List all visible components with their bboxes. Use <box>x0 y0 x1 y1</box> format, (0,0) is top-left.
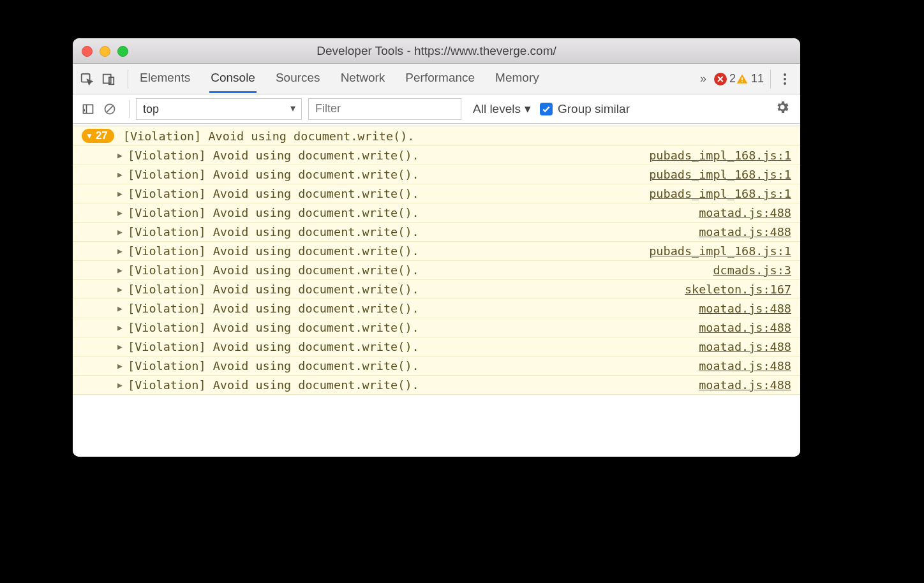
log-levels-dropdown[interactable]: All levels ▾ <box>473 101 531 116</box>
error-count-badge[interactable]: ✕ 2 <box>714 72 736 85</box>
source-link[interactable]: moatad.js:488 <box>699 378 791 392</box>
svg-rect-4 <box>741 81 743 82</box>
source-link[interactable]: moatad.js:488 <box>699 225 791 239</box>
expand-icon[interactable]: ▶ <box>117 361 125 371</box>
scrolled-content-edge <box>73 124 800 126</box>
error-icon: ✕ <box>714 73 727 85</box>
chevron-down-icon: ▼ <box>86 131 93 140</box>
source-link[interactable]: moatad.js:488 <box>699 340 791 353</box>
expand-icon[interactable]: ▶ <box>117 304 125 313</box>
source-link[interactable]: pubads_impl_168.js:1 <box>649 187 791 200</box>
tab-performance[interactable]: Performance <box>404 64 476 93</box>
log-message: [Violation] Avoid using document.write()… <box>128 359 419 373</box>
window-titlebar: Developer Tools - https://www.theverge.c… <box>73 38 800 64</box>
log-row[interactable]: ▶[Violation] Avoid using document.write(… <box>73 376 800 395</box>
tab-sources[interactable]: Sources <box>274 64 322 93</box>
svg-rect-1 <box>103 74 111 83</box>
log-message: [Violation] Avoid using document.write()… <box>128 321 419 334</box>
source-link[interactable]: moatad.js:488 <box>699 206 791 219</box>
log-message: [Violation] Avoid using document.write()… <box>128 283 419 296</box>
source-link[interactable]: moatad.js:488 <box>699 302 791 315</box>
log-group-header[interactable]: ▼ 27 [Violation] Avoid using document.wr… <box>73 126 800 146</box>
log-row[interactable]: ▶[Violation] Avoid using document.write(… <box>73 337 800 357</box>
group-similar-checkbox[interactable] <box>540 103 553 115</box>
expand-icon[interactable]: ▶ <box>117 170 125 179</box>
expand-icon[interactable]: ▶ <box>117 265 125 275</box>
more-tabs-icon[interactable]: » <box>700 72 706 85</box>
devtools-window: Developer Tools - https://www.theverge.c… <box>73 38 800 457</box>
warning-count-badge[interactable]: 11 <box>736 72 764 85</box>
expand-icon[interactable]: ▶ <box>117 246 125 256</box>
window-close-button[interactable] <box>82 46 93 57</box>
log-row[interactable]: ▶[Violation] Avoid using document.write(… <box>73 223 800 242</box>
log-row[interactable]: ▶[Violation] Avoid using document.write(… <box>73 165 800 184</box>
tab-network[interactable]: Network <box>339 64 387 93</box>
devtools-menu-icon[interactable] <box>784 73 786 85</box>
inspect-element-icon[interactable] <box>78 70 96 88</box>
source-link[interactable]: moatad.js:488 <box>699 359 791 373</box>
log-row[interactable]: ▶[Violation] Avoid using document.write(… <box>73 242 800 261</box>
filter-input[interactable] <box>308 98 461 120</box>
log-message: [Violation] Avoid using document.write()… <box>128 263 419 277</box>
log-row[interactable]: ▶[Violation] Avoid using document.write(… <box>73 318 800 337</box>
log-row[interactable]: ▶[Violation] Avoid using document.write(… <box>73 146 800 165</box>
context-select[interactable]: top <box>136 98 302 120</box>
devtools-tabbar: Elements Console Sources Network Perform… <box>73 64 800 94</box>
source-link[interactable]: pubads_impl_168.js:1 <box>649 168 791 181</box>
source-link[interactable]: skeleton.js:167 <box>685 283 791 296</box>
context-selector[interactable]: top <box>136 98 302 120</box>
clear-console-icon[interactable] <box>101 100 119 118</box>
device-toolbar-icon[interactable] <box>100 70 117 88</box>
log-row[interactable]: ▶[Violation] Avoid using document.write(… <box>73 184 800 203</box>
group-message: [Violation] Avoid using document.write()… <box>123 129 415 143</box>
warning-count: 11 <box>751 72 764 85</box>
svg-line-8 <box>107 106 113 112</box>
log-entries: ▶[Violation] Avoid using document.write(… <box>73 146 800 395</box>
log-row[interactable]: ▶[Violation] Avoid using document.write(… <box>73 299 800 318</box>
tab-memory[interactable]: Memory <box>494 64 540 93</box>
log-message: [Violation] Avoid using document.write()… <box>128 302 419 315</box>
expand-icon[interactable]: ▶ <box>117 227 125 237</box>
log-row[interactable]: ▶[Violation] Avoid using document.write(… <box>73 203 800 223</box>
window-minimize-button[interactable] <box>100 46 110 57</box>
console-settings-icon[interactable] <box>775 100 790 118</box>
log-levels-label: All levels <box>473 102 521 116</box>
svg-rect-3 <box>741 77 743 80</box>
group-count-pill: ▼ 27 <box>82 129 114 143</box>
separator <box>128 70 128 89</box>
expand-icon[interactable]: ▶ <box>117 189 125 198</box>
expand-icon[interactable]: ▶ <box>117 151 125 160</box>
source-link[interactable]: pubads_impl_168.js:1 <box>649 149 791 162</box>
log-message: [Violation] Avoid using document.write()… <box>128 340 419 353</box>
source-link[interactable]: dcmads.js:3 <box>713 263 791 277</box>
expand-icon[interactable]: ▶ <box>117 323 125 332</box>
separator <box>770 70 771 89</box>
log-message: [Violation] Avoid using document.write()… <box>128 187 419 200</box>
error-count: 2 <box>729 72 736 85</box>
log-message: [Violation] Avoid using document.write()… <box>128 149 419 162</box>
expand-icon[interactable]: ▶ <box>117 208 125 218</box>
tab-console[interactable]: Console <box>209 64 257 93</box>
log-message: [Violation] Avoid using document.write()… <box>128 378 419 392</box>
traffic-lights <box>82 46 128 57</box>
source-link[interactable]: pubads_impl_168.js:1 <box>649 244 791 258</box>
log-message: [Violation] Avoid using document.write()… <box>128 206 419 219</box>
expand-icon[interactable]: ▶ <box>117 342 125 351</box>
chevron-down-icon: ▾ <box>525 101 531 116</box>
log-row[interactable]: ▶[Violation] Avoid using document.write(… <box>73 280 800 299</box>
window-title: Developer Tools - https://www.theverge.c… <box>73 44 800 58</box>
window-zoom-button[interactable] <box>117 46 128 57</box>
source-link[interactable]: moatad.js:488 <box>699 321 791 334</box>
console-output: ▼ 27 [Violation] Avoid using document.wr… <box>73 124 800 457</box>
expand-icon[interactable]: ▶ <box>117 380 125 390</box>
log-row[interactable]: ▶[Violation] Avoid using document.write(… <box>73 357 800 376</box>
log-message: [Violation] Avoid using document.write()… <box>128 244 419 258</box>
console-sidebar-toggle-icon[interactable] <box>79 100 97 118</box>
tab-elements[interactable]: Elements <box>138 64 191 93</box>
log-row[interactable]: ▶[Violation] Avoid using document.write(… <box>73 261 800 280</box>
log-message: [Violation] Avoid using document.write()… <box>128 168 419 181</box>
expand-icon[interactable]: ▶ <box>117 284 125 294</box>
log-message: [Violation] Avoid using document.write()… <box>128 225 419 239</box>
group-similar-label: Group similar <box>558 102 630 116</box>
separator <box>129 100 130 118</box>
